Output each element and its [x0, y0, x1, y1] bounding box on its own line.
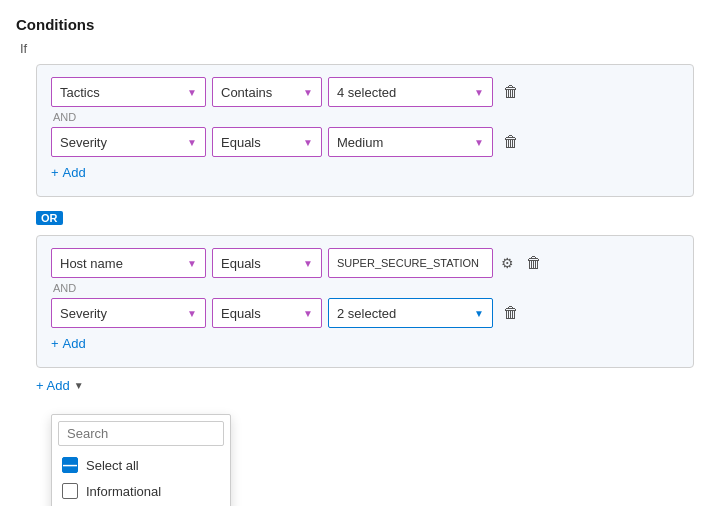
field-select-hostname[interactable]: Host name ▼	[51, 248, 206, 278]
operator-label-contains: Contains	[221, 85, 297, 100]
delete-row-2-2-button[interactable]: 🗑	[499, 302, 523, 324]
dropdown-item-label-informational: Informational	[86, 484, 161, 499]
or-badge: OR	[36, 211, 63, 225]
if-label: If	[20, 41, 694, 56]
operator-label-equals-3: Equals	[221, 306, 297, 321]
and-label-2: AND	[53, 282, 679, 294]
operator-label-equals-2: Equals	[221, 256, 297, 271]
value-select-medium[interactable]: Medium ▼	[328, 127, 493, 157]
field-select-severity-2[interactable]: Severity ▼	[51, 298, 206, 328]
value-select-4selected[interactable]: 4 selected ▼	[328, 77, 493, 107]
value-select-hostname-value[interactable]: SUPER_SECURE_STATION	[328, 248, 493, 278]
plus-icon-2: +	[51, 336, 59, 351]
dropdown-search-input[interactable]	[58, 421, 224, 446]
add-label-1: Add	[63, 165, 86, 180]
outer-add-container: + Add ▼	[36, 378, 694, 393]
dropdown-item-label-select-all: Select all	[86, 458, 139, 473]
field-select-severity-1[interactable]: Severity ▼	[51, 127, 206, 157]
condition-row-2-1: Host name ▼ Equals ▼ SUPER_SECURE_STATIO…	[51, 248, 679, 278]
field-label-severity-2: Severity	[60, 306, 181, 321]
field-label-severity-1: Severity	[60, 135, 181, 150]
condition-row-1-2: Severity ▼ Equals ▼ Medium ▼ 🗑	[51, 127, 679, 157]
outer-add-label: + Add	[36, 378, 70, 393]
field-label-tactics: Tactics	[60, 85, 181, 100]
delete-row-1-2-button[interactable]: 🗑	[499, 131, 523, 153]
chevron-down-icon: ▼	[474, 308, 484, 319]
condition-row-2-2: Severity ▼ Equals ▼ 2 selected ▼ 🗑	[51, 298, 679, 328]
value-label-hostname-value: SUPER_SECURE_STATION	[337, 257, 484, 269]
chevron-down-icon-outer: ▼	[74, 380, 84, 391]
operator-label-equals-1: Equals	[221, 135, 297, 150]
chevron-down-icon: ▼	[187, 258, 197, 269]
operator-select-equals-1[interactable]: Equals ▼	[212, 127, 322, 157]
field-label-hostname: Host name	[60, 256, 181, 271]
operator-select-equals-2[interactable]: Equals ▼	[212, 248, 322, 278]
value-select-2selected[interactable]: 2 selected ▼	[328, 298, 493, 328]
operator-select-equals-3[interactable]: Equals ▼	[212, 298, 322, 328]
severity-dropdown-popup: — Select all Informational ✓ Low ✓ Mediu…	[51, 414, 231, 506]
delete-row-1-1-button[interactable]: 🗑	[499, 81, 523, 103]
dropdown-item-select-all[interactable]: — Select all	[52, 452, 230, 478]
add-condition-1-button[interactable]: + Add	[51, 163, 86, 182]
chevron-down-icon: ▼	[187, 87, 197, 98]
value-label-4selected: 4 selected	[337, 85, 468, 100]
chevron-down-icon: ▼	[303, 87, 313, 98]
edit-icon: ⚙	[501, 255, 514, 271]
checkbox-select-all: —	[62, 457, 78, 473]
outer-add-button[interactable]: + Add ▼	[36, 378, 84, 393]
add-condition-2-button[interactable]: + Add	[51, 334, 86, 353]
chevron-down-icon: ▼	[187, 308, 197, 319]
chevron-down-icon: ▼	[303, 137, 313, 148]
value-label-medium: Medium	[337, 135, 468, 150]
add-label-2: Add	[63, 336, 86, 351]
operator-select-contains[interactable]: Contains ▼	[212, 77, 322, 107]
condition-block-2: Host name ▼ Equals ▼ SUPER_SECURE_STATIO…	[36, 235, 694, 368]
chevron-down-icon: ▼	[474, 137, 484, 148]
chevron-down-icon: ▼	[474, 87, 484, 98]
plus-icon: +	[51, 165, 59, 180]
delete-row-2-1-button[interactable]: 🗑	[522, 252, 546, 274]
dropdown-item-informational[interactable]: Informational	[52, 478, 230, 504]
chevron-down-icon: ▼	[303, 258, 313, 269]
chevron-down-icon: ▼	[187, 137, 197, 148]
page-title: Conditions	[16, 16, 694, 33]
field-select-tactics[interactable]: Tactics ▼	[51, 77, 206, 107]
condition-block-1: Tactics ▼ Contains ▼ 4 selected ▼ 🗑 AND …	[36, 64, 694, 197]
condition-row-1-1: Tactics ▼ Contains ▼ 4 selected ▼ 🗑	[51, 77, 679, 107]
and-label-1: AND	[53, 111, 679, 123]
chevron-down-icon: ▼	[303, 308, 313, 319]
partial-mark: —	[63, 458, 77, 472]
or-connector: OR	[36, 205, 694, 231]
value-label-2selected: 2 selected	[337, 306, 468, 321]
checkbox-informational	[62, 483, 78, 499]
